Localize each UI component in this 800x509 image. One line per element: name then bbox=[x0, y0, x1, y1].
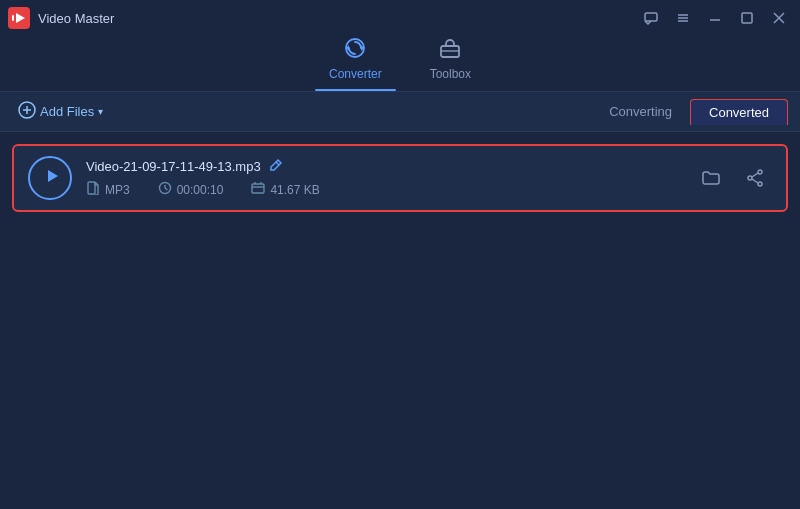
dropdown-arrow-icon: ▾ bbox=[98, 106, 103, 117]
svg-line-20 bbox=[276, 162, 279, 165]
toolbox-icon bbox=[439, 37, 461, 64]
converter-icon bbox=[344, 37, 366, 64]
svg-marker-19 bbox=[48, 170, 58, 182]
menu-btn[interactable] bbox=[670, 8, 696, 28]
file-meta: MP3 00:00:10 bbox=[86, 181, 680, 198]
svg-point-31 bbox=[758, 170, 762, 174]
sub-tab-converted[interactable]: Converted bbox=[690, 99, 788, 125]
tab-toolbox[interactable]: Toolbox bbox=[406, 31, 495, 91]
file-info: Video-21-09-17-11-49-13.mp3 bbox=[86, 158, 680, 198]
toolbar: Add Files ▾ Converting Converted bbox=[0, 92, 800, 132]
sub-tabs: Converting Converted bbox=[591, 99, 788, 125]
file-actions bbox=[694, 161, 772, 195]
svg-line-26 bbox=[165, 188, 168, 190]
svg-line-35 bbox=[752, 179, 758, 183]
app-title: Video Master bbox=[38, 11, 114, 26]
svg-rect-27 bbox=[252, 184, 264, 193]
main-content: Video-21-09-17-11-49-13.mp3 bbox=[0, 132, 800, 224]
file-format: MP3 bbox=[86, 181, 130, 198]
add-files-plus-icon bbox=[18, 101, 36, 123]
svg-line-34 bbox=[752, 173, 758, 177]
titlebar-controls bbox=[638, 8, 792, 28]
minimize-btn[interactable] bbox=[702, 8, 728, 28]
svg-rect-8 bbox=[742, 13, 752, 23]
format-value: MP3 bbox=[105, 183, 130, 197]
close-btn[interactable] bbox=[766, 8, 792, 28]
edit-icon[interactable] bbox=[269, 158, 283, 175]
add-files-label: Add Files bbox=[40, 104, 94, 119]
svg-rect-3 bbox=[645, 13, 657, 21]
share-icon bbox=[745, 168, 765, 188]
play-icon bbox=[44, 168, 60, 188]
tab-converter[interactable]: Converter bbox=[305, 31, 406, 91]
tab-converter-label: Converter bbox=[329, 67, 382, 81]
open-folder-button[interactable] bbox=[694, 161, 728, 195]
size-value: 41.67 KB bbox=[270, 183, 319, 197]
file-name: Video-21-09-17-11-49-13.mp3 bbox=[86, 159, 261, 174]
svg-point-33 bbox=[748, 176, 752, 180]
svg-rect-21 bbox=[88, 182, 95, 194]
file-size: 41.67 KB bbox=[251, 181, 319, 198]
top-nav: Converter Toolbox bbox=[0, 36, 800, 92]
tab-toolbox-label: Toolbox bbox=[430, 67, 471, 81]
clock-icon bbox=[158, 181, 172, 198]
svg-rect-2 bbox=[12, 15, 14, 21]
svg-point-32 bbox=[758, 182, 762, 186]
titlebar-left: Video Master bbox=[8, 7, 114, 29]
share-button[interactable] bbox=[738, 161, 772, 195]
file-duration: 00:00:10 bbox=[158, 181, 224, 198]
folder-icon bbox=[701, 168, 721, 188]
format-icon bbox=[86, 181, 100, 198]
play-button[interactable] bbox=[28, 156, 72, 200]
duration-value: 00:00:10 bbox=[177, 183, 224, 197]
file-item: Video-21-09-17-11-49-13.mp3 bbox=[12, 144, 788, 212]
sub-tab-converting[interactable]: Converting bbox=[591, 99, 690, 124]
app-logo-icon bbox=[8, 7, 30, 29]
maximize-btn[interactable] bbox=[734, 8, 760, 28]
file-name-row: Video-21-09-17-11-49-13.mp3 bbox=[86, 158, 680, 175]
filesize-icon bbox=[251, 181, 265, 198]
add-files-button[interactable]: Add Files ▾ bbox=[12, 97, 109, 127]
message-btn[interactable] bbox=[638, 8, 664, 28]
